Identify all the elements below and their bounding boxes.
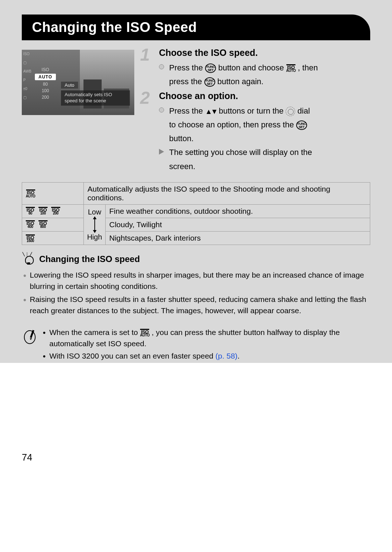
step-line: screen. [159,160,370,173]
iso-400-icon: ISO400 [26,220,35,229]
iso-1600-icon: ISO1600 [26,234,35,243]
step-title: Choose an option. [159,91,370,101]
bullet-dot-icon [159,64,164,69]
func-set-icon: FUNC.SET [205,64,216,73]
up-down-arrows-icon: ▲▼ [205,107,217,115]
step-2: 2 Choose an option. Press the ▲▼ buttons… [143,91,370,172]
step-line: Press the FUNC.SET button and choose ISO… [159,62,370,74]
step-line: The setting you chose will display on th… [159,146,370,159]
svg-marker-1 [93,216,97,219]
page-link[interactable]: (p. 58) [216,352,238,360]
table-row: ISO80 ISO100 ISO200 Low High Fine weathe… [22,204,370,218]
level-low-label: Low [88,208,101,216]
step-line: press the FUNC.SET button again. [159,75,370,88]
control-dial-icon [286,107,295,116]
result-arrow-icon [159,149,164,155]
note-item: When the camera is set to ISOAUTO , you … [43,327,369,349]
table-cell: Automatically adjusts the ISO speed to t… [84,182,370,204]
tip-title: Changing the ISO speed [39,254,140,264]
lcd-auto-label: Auto [61,82,78,89]
lcd-desc: Automatically sets ISO speed for the sce… [61,90,130,106]
manual-page: Changing the ISO Speed ISO▢AWBP±0▢ ISO A… [0,0,392,363]
tip-item: Raising the ISO speed results in a faste… [23,294,369,316]
tip-section: ╲│╱ Changing the ISO speed Lowering the … [22,253,370,322]
intro-row: ISO▢AWBP±0▢ ISO AUTO 80 100 200 Auto Aut… [22,48,370,176]
page-title: Changing the ISO Speed [22,15,370,40]
lightbulb-icon: ╲│╱ [23,253,34,265]
iso-200-icon: ISO200 [51,207,60,215]
iso-auto-icon: ISOAUTO [26,189,35,198]
page-number: 74 [22,452,32,463]
level-high-label: High [87,233,102,241]
low-high-arrow-icon [92,216,97,233]
func-set-icon: FUNC.SET [296,120,307,130]
iso-auto-icon: ISOAUTO [286,64,295,73]
iso-80-icon: ISO80 [26,207,35,215]
note-section: When the camera is set to ISOAUTO , you … [22,327,370,363]
steps: 1 Choose the ISO speed. Press the FUNC.S… [143,48,370,176]
tip-item: Lowering the ISO speed results in sharpe… [23,270,369,292]
table-cell: Cloudy, Twilight [106,218,370,231]
table-cell: Nightscapes, Dark interiors [106,231,370,245]
step-title: Choose the ISO speed. [159,48,370,58]
step-number: 2 [140,88,150,108]
svg-marker-2 [93,230,97,233]
iso-auto-icon: ISOAUTO [140,329,150,337]
step-line: button. [159,132,370,145]
table-row: ISO400 ISO800 Cloudy, Twilight [22,218,370,231]
iso-800-icon: ISO800 [38,220,48,229]
pencil-note-icon [23,328,36,344]
step-number: 1 [140,45,150,65]
table-row: ISOAUTO Automatically adjusts the ISO sp… [22,182,370,204]
step-line: to choose an option, then press the FUNC… [159,119,370,131]
func-set-icon: FUNC.SET [204,77,215,87]
iso-100-icon: ISO100 [38,207,48,215]
table-cell: Fine weather conditions, outdoor shootin… [106,204,370,218]
camera-lcd-preview: ISO▢AWBP±0▢ ISO AUTO 80 100 200 Auto Aut… [22,50,134,115]
svg-marker-5 [30,338,32,340]
iso-table: ISOAUTO Automatically adjusts the ISO sp… [22,182,370,245]
step-1: 1 Choose the ISO speed. Press the FUNC.S… [143,48,370,88]
step-line: Press the ▲▼ buttons or turn the dial [159,105,370,117]
note-item: With ISO 3200 you can set an even faster… [43,351,369,361]
table-row: ISO1600 Nightscapes, Dark interiors [22,231,370,245]
bullet-dot-icon [159,107,164,113]
